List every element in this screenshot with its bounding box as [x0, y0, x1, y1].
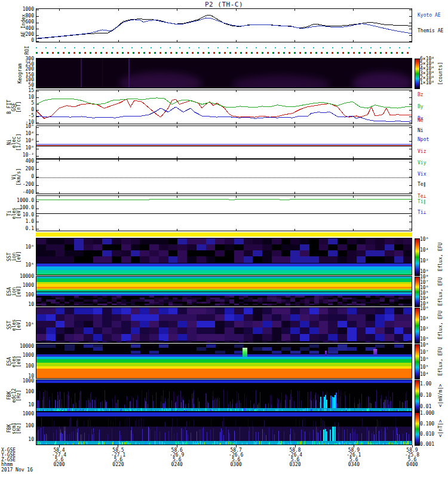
spectro-cell: [300, 244, 309, 250]
spectro-streak: [49, 400, 50, 408]
spectro-streak: [225, 443, 226, 445]
spectro-streak: [277, 403, 278, 408]
x-axis-tick-value: 0300: [219, 462, 253, 467]
spectro-cell: [253, 347, 262, 351]
spectro-cell: [290, 308, 300, 314]
spectro-cell: [215, 244, 225, 250]
spectro-streak: [345, 396, 346, 408]
spectro-cell: [234, 334, 244, 341]
spectro-cell: [347, 308, 357, 314]
spectro-streak: [303, 417, 303, 426]
spectro-cell: [300, 256, 309, 262]
spectro-cell: [385, 327, 394, 334]
spectro-streak: [403, 434, 403, 441]
spectro-cell: [262, 347, 272, 351]
spectro-streak: [321, 418, 321, 427]
spectro-streak: [142, 390, 142, 408]
spectro-cell: [168, 250, 178, 256]
spectro-streak: [115, 417, 116, 426]
spectro-streak: [347, 429, 348, 441]
roi-row: [36, 52, 412, 54]
spectro-streak: [143, 419, 144, 427]
spectro-streak: [354, 442, 355, 445]
spectro-streak: [264, 420, 265, 426]
spectro-cell: [93, 334, 103, 341]
spectro-streak: [217, 442, 217, 445]
x-axis-tick-value: 0400: [395, 462, 429, 467]
spectro-cell: [131, 327, 140, 334]
spectro-spike: [373, 349, 376, 356]
spectro-streak: [272, 434, 273, 440]
spectro-streak: [289, 443, 289, 445]
spectro-streak: [148, 404, 148, 408]
spectro-streak: [104, 442, 105, 445]
y-tick-label: 10: [0, 403, 34, 407]
spectro-streak: [297, 442, 298, 445]
spectro-cell: [253, 256, 262, 262]
spectro-cell: [328, 238, 337, 244]
spectro-cell: [107, 341, 112, 343]
spectro-cell: [290, 334, 300, 341]
spectro-streak: [366, 397, 367, 408]
y-tick-label: -400: [0, 190, 34, 195]
spectro-streak: [305, 431, 305, 441]
spectro-cell: [375, 308, 385, 314]
colorbar-tick-label: 10²: [420, 327, 438, 332]
spectro-cell: [84, 256, 93, 262]
spectro-streak: [395, 427, 396, 440]
spectro-streak: [79, 442, 79, 445]
spectro-streak: [357, 441, 358, 445]
spectro-cell: [328, 334, 337, 341]
spectro-streak: [188, 403, 189, 408]
spectro-cell: [177, 238, 187, 244]
spectro-cell: [93, 238, 103, 244]
spectro-streak: [78, 420, 79, 426]
y-tick-label: 15: [0, 88, 34, 93]
y-tick-label: 10: [0, 437, 34, 442]
spectro-streak: [112, 428, 112, 441]
spectro-streak: [320, 397, 321, 408]
spectro-streak: [350, 433, 351, 441]
spectro-cell: [131, 256, 140, 262]
spectro-cell: [309, 321, 319, 327]
spectro-streak: [240, 403, 240, 408]
spectro-cell: [93, 244, 103, 250]
spectro-cell: [74, 256, 84, 262]
spectro-cell: [403, 244, 412, 250]
spectro-streak: [100, 402, 101, 408]
spectro-streak: [210, 430, 211, 441]
spectro-streak: [262, 429, 263, 441]
spectro-cell: [253, 334, 262, 341]
spectro-streak: [282, 428, 283, 441]
spectro-streak: [242, 443, 243, 445]
spectro-cell: [168, 244, 178, 250]
spectro-cell: [93, 347, 103, 351]
spectro-streak: [213, 443, 213, 445]
spectro-streak: [127, 417, 127, 426]
spectro-cell: [112, 314, 121, 321]
spectro-cell: [337, 238, 347, 244]
spectro-cell: [121, 244, 131, 250]
panel-esa_ion: [36, 276, 412, 307]
spectro-streak: [129, 417, 130, 427]
spectro-streak: [198, 443, 199, 445]
spectro-streak: [194, 435, 195, 441]
spectro-cell: [36, 244, 46, 250]
spectro-cell: [102, 334, 112, 341]
spectro-streak: [336, 393, 337, 408]
spectro-cell: [177, 308, 187, 314]
spectro-cell: [74, 334, 84, 341]
spectro-streak: [368, 442, 369, 445]
series-Kyoto AE: [36, 18, 412, 38]
spectro-streak: [76, 403, 76, 407]
spectro-cell: [248, 341, 253, 343]
spectro-streak: [173, 391, 174, 408]
colorbar-tick-label: 10⁰: [420, 337, 438, 342]
spectro-streak: [326, 400, 327, 408]
spectro-streak: [231, 442, 231, 445]
legend-Ti⊥: Ti⊥: [418, 210, 447, 215]
spectro-streak: [62, 405, 62, 408]
x-axis-date: 2017 Nov 16: [1, 468, 55, 473]
spectro-streak: [117, 427, 118, 441]
spectro-cell: [121, 250, 131, 256]
